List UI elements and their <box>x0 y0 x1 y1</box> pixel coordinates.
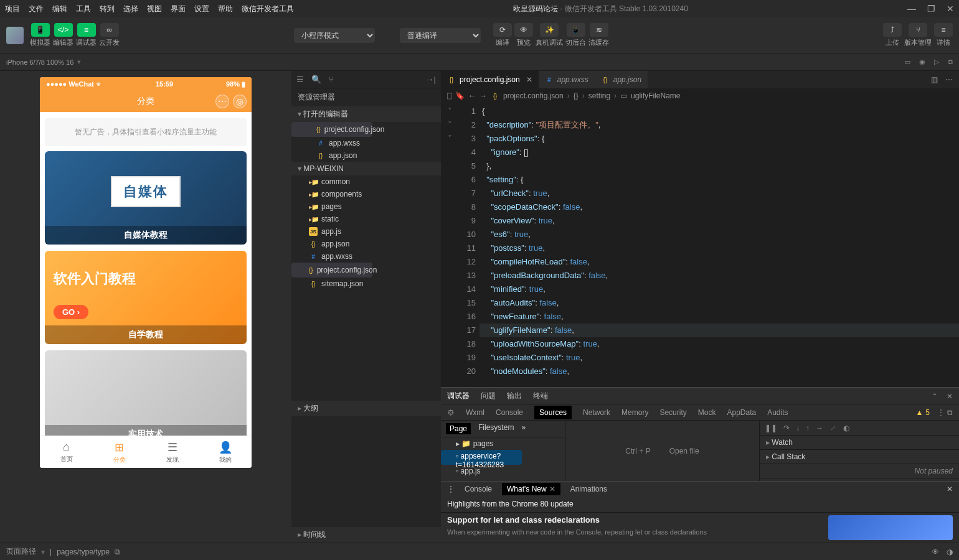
menu-微信开发者工具[interactable]: 微信开发者工具 <box>242 4 294 14</box>
toolbtn-编译[interactable]: ⟳编译 <box>493 23 512 47</box>
menu-转到[interactable]: 转到 <box>100 4 115 14</box>
more-tabs-icon[interactable]: » <box>521 423 526 434</box>
chrometab-Memory[interactable]: Memory <box>621 408 648 417</box>
file-static[interactable]: static <box>291 213 441 225</box>
chrometab-Security[interactable]: Security <box>659 408 686 417</box>
search-icon[interactable]: 🔍 <box>311 75 321 84</box>
contab-Console[interactable]: Console <box>465 485 492 493</box>
step-icon[interactable]: → <box>816 424 823 432</box>
file-project.config.json[interactable]: project.config.json <box>291 263 372 278</box>
file-common[interactable]: common <box>291 175 441 188</box>
devtab-输出[interactable]: 输出 <box>507 391 522 401</box>
file-app.json[interactable]: app.json <box>291 149 441 162</box>
file-sitemap.json[interactable]: sitemap.json <box>291 278 441 290</box>
outline-section[interactable]: 大纲 <box>291 401 441 416</box>
file-app.js[interactable]: app.js <box>291 225 441 238</box>
capsule-menu-icon[interactable]: ⋯ <box>215 95 229 108</box>
nav-back-icon[interactable]: ← <box>468 91 476 100</box>
menu-设置[interactable]: 设置 <box>194 4 209 14</box>
toolbtn-编辑器[interactable]: </>编辑器 <box>53 23 73 47</box>
pause-exc-icon[interactable]: ◐ <box>843 424 849 432</box>
record-icon[interactable]: ◉ <box>919 58 925 66</box>
minimize-icon[interactable]: — <box>907 4 916 14</box>
branch-icon[interactable]: ⑂ <box>329 75 334 84</box>
step-out-icon[interactable]: ↑ <box>806 424 810 432</box>
devtab-问题[interactable]: 问题 <box>481 391 496 401</box>
menu-编辑[interactable]: 编辑 <box>52 4 67 14</box>
contab-What's New[interactable]: What's New✕ <box>502 483 560 495</box>
close-panel-icon[interactable]: ✕ <box>947 392 953 401</box>
menu-帮助[interactable]: 帮助 <box>218 4 233 14</box>
step-over-icon[interactable]: ↷ <box>783 424 790 432</box>
menu-选择[interactable]: 选择 <box>123 4 138 14</box>
device-orientation-icon[interactable]: ▭ <box>904 58 910 66</box>
toolbtn-切后台[interactable]: 📱切后台 <box>565 23 586 47</box>
maximize-icon[interactable]: ❐ <box>927 4 935 14</box>
avatar[interactable] <box>6 27 24 44</box>
capsule-close-icon[interactable]: ◎ <box>233 95 247 108</box>
menu-工具[interactable]: 工具 <box>76 4 91 14</box>
menu-界面[interactable]: 界面 <box>171 4 186 14</box>
chrometab-Network[interactable]: Network <box>583 408 610 417</box>
srctab-Page[interactable]: Page <box>446 423 471 434</box>
chevron-up-icon[interactable]: ⌃ <box>932 392 938 401</box>
file-components[interactable]: components <box>291 188 441 200</box>
toolbtn-预览[interactable]: 👁预览 <box>514 23 533 47</box>
menu-文件[interactable]: 文件 <box>29 4 44 14</box>
inspect-icon[interactable]: ⯐ <box>447 408 455 417</box>
toolbtn-调试器[interactable]: ≡调试器 <box>76 23 97 47</box>
toolbtn-上传[interactable]: ⤴上传 <box>883 23 902 47</box>
close-tab-icon[interactable]: ✕ <box>526 75 532 84</box>
toolbtn-详情[interactable]: ≡详情 <box>934 23 953 47</box>
toolbtn-模拟器[interactable]: 📱模拟器 <box>30 23 50 47</box>
more-icon[interactable]: ⋯ <box>945 75 953 84</box>
file-app.json[interactable]: app.json <box>291 238 441 250</box>
dock-icon[interactable]: ⧉ <box>947 408 953 417</box>
file-pages[interactable]: pages <box>291 200 441 213</box>
menu-项目[interactable]: 项目 <box>5 4 20 14</box>
tab-发现[interactable]: ☰发现 <box>146 436 199 468</box>
code-editor[interactable]: ˅˅˅ 1234567891011121314151617181920 { "d… <box>441 103 959 387</box>
explorer-icon[interactable]: ☰ <box>296 75 304 84</box>
timeline-section[interactable]: 时间线 <box>291 527 441 543</box>
toolbtn-云开发[interactable]: ∞云开发 <box>99 23 120 47</box>
nav-fwd-icon[interactable]: → <box>479 91 487 100</box>
editor-tab-project.config.json[interactable]: project.config.json✕ <box>441 71 539 88</box>
devtab-调试器[interactable]: 调试器 <box>447 391 470 401</box>
theme-icon[interactable]: ◑ <box>947 548 953 556</box>
breadcrumb[interactable]: ⎕ 🔖 ← → project.config.json ›{} ›setting… <box>441 88 959 103</box>
tab-我的[interactable]: 👤我的 <box>199 436 252 468</box>
chrometab-Wxml[interactable]: Wxml <box>466 408 484 417</box>
mute-icon[interactable]: ▷ <box>934 58 939 66</box>
close-icon[interactable]: ✕ <box>947 4 954 14</box>
watch-section[interactable]: Watch <box>760 436 959 450</box>
srctab-Filesystem[interactable]: Filesystem <box>478 423 514 434</box>
chrometab-Audits[interactable]: Audits <box>767 408 788 417</box>
category-card[interactable]: 自媒体教程 <box>45 151 247 245</box>
screenshot-icon[interactable]: ⧉ <box>948 58 953 66</box>
category-card[interactable]: 自学教程 <box>45 251 247 344</box>
editor-tab-app.wxss[interactable]: app.wxss <box>539 71 595 88</box>
toolbtn-清缓存[interactable]: ≋清缓存 <box>588 23 609 47</box>
callstack-section[interactable]: Call Stack <box>760 450 959 464</box>
contab-Animations[interactable]: Animations <box>570 485 607 493</box>
compile-select[interactable]: 普通编译 <box>400 28 481 43</box>
chrometab-Sources[interactable]: Sources <box>534 406 572 419</box>
debug-controls[interactable]: ❚❚ ↷ ↓ ↑ → ⟋ ◐ <box>760 421 959 436</box>
menu-视图[interactable]: 视图 <box>147 4 162 14</box>
step-into-icon[interactable]: ↓ <box>796 424 800 432</box>
section-open-editors[interactable]: 打开的编辑器 <box>291 106 441 122</box>
fold-bar-icon[interactable]: ⎕ <box>447 91 451 100</box>
deactivate-bp-icon[interactable]: ⟋ <box>829 424 837 432</box>
file-project.config.json[interactable]: project.config.json <box>291 122 372 137</box>
eye-icon[interactable]: 👁 <box>932 548 939 556</box>
tab-首页[interactable]: ⌂首页 <box>40 436 93 468</box>
copy-path-icon[interactable]: ⧉ <box>115 548 120 556</box>
close-drawer-icon[interactable]: ✕ <box>947 485 953 493</box>
dbg-file-appservice?t=1614326283[interactable]: ▫ appservice?t=1614326283 <box>441 450 522 465</box>
page-path-label[interactable]: 页面路径 <box>6 546 36 557</box>
tab-分类[interactable]: ⊞分类 <box>93 436 146 468</box>
chrometab-AppData[interactable]: AppData <box>727 408 756 417</box>
console-menu-icon[interactable]: ⋮ <box>447 485 455 493</box>
chrometab-Mock[interactable]: Mock <box>698 408 716 417</box>
